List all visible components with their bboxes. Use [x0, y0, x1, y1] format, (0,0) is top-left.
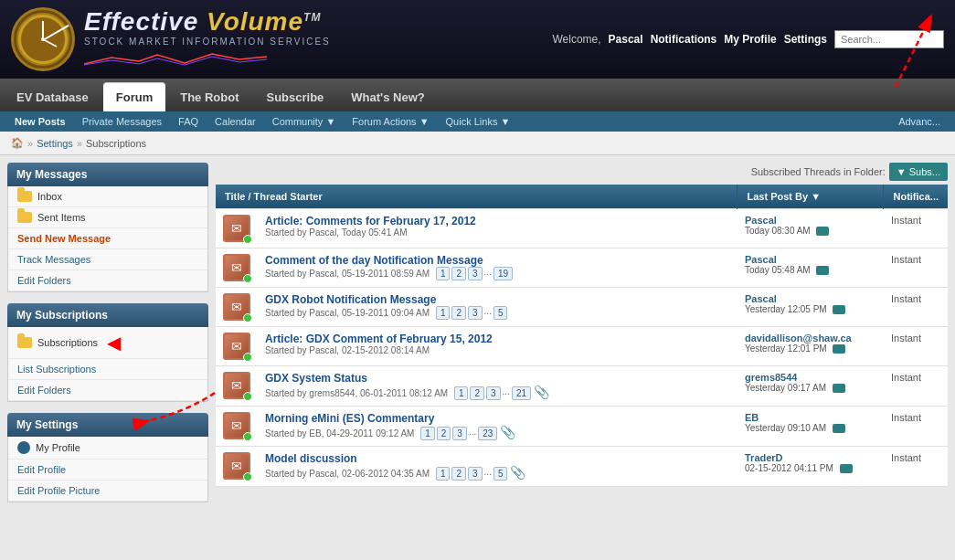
page-link[interactable]: 3 — [486, 386, 501, 400]
breadcrumb-settings[interactable]: Settings — [37, 138, 73, 149]
go-icon[interactable] — [833, 305, 845, 314]
last-post-time: Yesterday 09:17 AM — [745, 383, 876, 393]
last-post-user[interactable]: davidallison@shaw.ca — [745, 333, 876, 343]
thread-title[interactable]: GDX System Status — [265, 372, 367, 385]
sidebar-edit-folders-messages[interactable]: Edit Folders — [8, 270, 207, 291]
sidebar-edit-profile-picture[interactable]: Edit Profile Picture — [8, 481, 207, 502]
thread-title[interactable]: Article: GDX Comment of February 15, 201… — [265, 333, 493, 345]
thread-icon-cell — [216, 209, 258, 248]
logo-tm: TM — [303, 11, 321, 24]
nav-forum[interactable]: Forum — [103, 82, 165, 111]
page-links: 1 2 3 ... 19 — [436, 267, 513, 280]
search-input[interactable] — [834, 30, 944, 48]
col-title-thread-starter: Title / Thread Starter — [216, 185, 737, 209]
last-post-user[interactable]: Pascal — [745, 254, 876, 265]
page-link[interactable]: 3 — [468, 306, 483, 320]
last-post-time: Yesterday 12:05 PM — [745, 304, 876, 314]
page-link[interactable]: 2 — [470, 386, 484, 400]
subnav-faq[interactable]: FAQ — [171, 111, 206, 132]
page-link[interactable]: 1 — [436, 306, 451, 320]
subnav-community[interactable]: Community ▼ — [265, 111, 344, 132]
logo-subtitle: Stock Market Information Services — [84, 37, 331, 47]
thread-title[interactable]: Article: Comments for February 17, 2012 — [265, 215, 476, 227]
thread-title[interactable]: Comment of the day Notification Message — [265, 254, 483, 267]
sidebar-list-subscriptions[interactable]: List Subscriptions — [8, 359, 207, 380]
nav-subscribe[interactable]: Subscribe — [253, 82, 336, 111]
page-link[interactable]: 23 — [478, 427, 497, 440]
last-post-cell: EB Yesterday 09:10 AM — [737, 407, 884, 447]
subnav-new-posts[interactable]: New Posts — [7, 111, 73, 132]
page-link[interactable]: 1 — [420, 427, 435, 440]
thread-starter: Started by grems8544, 06-01-2011 08:12 A… — [265, 385, 730, 400]
sidebar-edit-folders-subscriptions[interactable]: Edit Folders — [8, 380, 207, 401]
sidebar-my-settings: My Settings My Profile Edit Profile Edit… — [7, 413, 208, 502]
nav-ev-database[interactable]: EV Database — [4, 82, 101, 111]
folder-icon — [17, 337, 32, 348]
new-dot — [243, 353, 252, 362]
home-icon[interactable]: 🏠 — [11, 137, 24, 149]
settings-link[interactable]: Settings — [784, 33, 827, 46]
sidebar-my-settings-body: My Profile Edit Profile Edit Profile Pic… — [7, 437, 208, 502]
page-link[interactable]: 19 — [493, 267, 513, 280]
last-post-user[interactable]: TraderD — [745, 452, 876, 463]
thread-title[interactable]: Morning eMini (ES) Commentary — [265, 412, 434, 425]
page-link[interactable]: 3 — [468, 267, 483, 280]
page-link[interactable]: 3 — [468, 467, 483, 481]
subscribed-dropdown-btn[interactable]: ▼ Subs... — [889, 163, 948, 181]
table-row: GDX Robot Notification Message Started b… — [216, 288, 948, 327]
last-post-user[interactable]: Pascal — [745, 293, 876, 304]
thread-starter: Started by Pascal, Today 05:41 AM — [265, 227, 730, 238]
last-post-user[interactable]: grems8544 — [745, 372, 876, 383]
notifications-link[interactable]: Notifications — [651, 33, 717, 46]
thread-title[interactable]: Model discussion — [265, 452, 357, 465]
username-link[interactable]: Pascal — [609, 33, 643, 46]
subnav-forum-actions[interactable]: Forum Actions ▼ — [345, 111, 436, 132]
page-link[interactable]: 1 — [454, 386, 469, 400]
go-icon[interactable] — [816, 266, 829, 275]
page-link[interactable]: 21 — [512, 386, 531, 400]
page-link[interactable]: 1 — [436, 467, 451, 481]
go-icon[interactable] — [833, 344, 845, 354]
page-link[interactable]: 1 — [436, 267, 451, 280]
sidebar-subscriptions[interactable]: Subscriptions ◀ — [8, 327, 207, 359]
sidebar-sent-items[interactable]: Sent Items — [8, 207, 207, 228]
thread-title[interactable]: GDX Robot Notification Message — [265, 293, 436, 306]
sidebar-inbox[interactable]: Inbox — [8, 186, 207, 207]
go-icon[interactable] — [816, 227, 829, 236]
subnav-calendar[interactable]: Calendar — [207, 111, 263, 132]
last-post-user[interactable]: EB — [745, 412, 876, 423]
thread-info-cell: Article: GDX Comment of February 15, 201… — [258, 327, 737, 366]
sidebar-my-profile[interactable]: My Profile — [8, 437, 207, 460]
attachment-icon: 📎 — [534, 385, 549, 399]
thread-info-cell: Model discussion Started by Pascal, 02-0… — [258, 447, 737, 487]
nav-whats-new[interactable]: What's New? — [338, 82, 437, 111]
page-link[interactable]: 2 — [451, 467, 466, 481]
col-last-post-by[interactable]: Last Post By ▼ — [737, 185, 884, 209]
table-row: GDX System Status Started by grems8544, … — [216, 366, 948, 407]
logo-area: Effective VolumeTM Stock Market Informat… — [11, 7, 331, 71]
my-profile-link[interactable]: My Profile — [724, 33, 776, 46]
breadcrumb: 🏠 » Settings » Subscriptions — [0, 132, 955, 155]
subnav-advanced[interactable]: Advanc... — [891, 111, 948, 132]
page-link[interactable]: 3 — [452, 427, 467, 440]
page-links: 1 2 3 ... 5 — [436, 467, 508, 481]
thread-icon-cell — [216, 248, 258, 288]
nav-the-robot[interactable]: The Robot — [167, 82, 251, 111]
thread-info-cell: Article: Comments for February 17, 2012 … — [258, 209, 737, 248]
go-icon[interactable] — [833, 384, 845, 393]
page-link[interactable]: 2 — [451, 267, 466, 280]
page-link[interactable]: 5 — [493, 467, 508, 481]
go-icon[interactable] — [833, 424, 845, 433]
page-link[interactable]: 2 — [437, 427, 451, 440]
sidebar-send-new-message[interactable]: Send New Message — [8, 228, 207, 249]
subnav-private-messages[interactable]: Private Messages — [75, 111, 169, 132]
subnav-quick-links[interactable]: Quick Links ▼ — [439, 111, 518, 132]
sidebar-track-messages[interactable]: Track Messages — [8, 249, 207, 270]
page-link[interactable]: 2 — [451, 306, 466, 320]
sidebar-edit-profile[interactable]: Edit Profile — [8, 460, 207, 481]
last-post-user[interactable]: Pascal — [745, 215, 876, 226]
logo-title: Effective VolumeTM — [84, 7, 331, 37]
page-link[interactable]: 5 — [493, 306, 508, 320]
svg-point-4 — [41, 37, 45, 41]
go-icon[interactable] — [840, 464, 853, 473]
